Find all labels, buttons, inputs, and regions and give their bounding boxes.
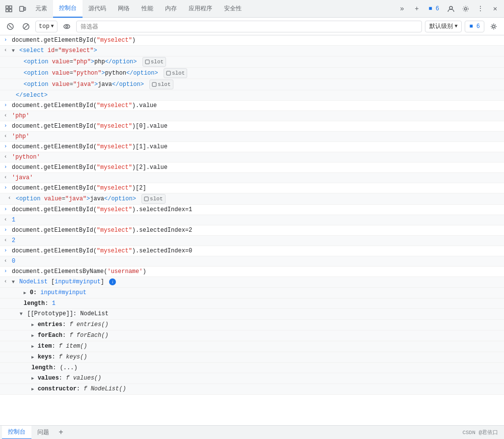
console-line: › document.getElementById("myselect").se… bbox=[0, 225, 504, 236]
console-line: <option value="java">java</option> slot bbox=[0, 79, 504, 90]
output-arrow: ‹ bbox=[4, 132, 11, 139]
input-arrow: › bbox=[4, 184, 11, 191]
spacer bbox=[24, 342, 30, 343]
context-dropdown-icon: ▼ bbox=[51, 24, 54, 29]
svg-rect-19 bbox=[144, 197, 148, 201]
output-arrow: ‹ bbox=[8, 194, 15, 201]
output-arrow: ‹ bbox=[4, 46, 11, 53]
eye-icon[interactable] bbox=[60, 20, 73, 33]
tab-elements[interactable]: 元素 bbox=[29, 0, 53, 18]
output-arrow: ‹ bbox=[4, 173, 11, 180]
output-arrow: ‹ bbox=[4, 257, 11, 264]
console-line: ‹ 0 bbox=[0, 256, 504, 267]
output-arrow: ‹ bbox=[4, 236, 11, 243]
slot-badge[interactable]: slot bbox=[164, 68, 187, 78]
console-line: › document.getElementById("myselect")[2]… bbox=[0, 163, 504, 173]
tab-performance[interactable]: 性能 bbox=[136, 0, 159, 18]
console-line: › document.getElementsByName('username') bbox=[0, 267, 504, 277]
spacer bbox=[16, 80, 23, 81]
output-arrow: ‹ bbox=[4, 111, 11, 118]
block-icon[interactable] bbox=[20, 20, 32, 33]
svg-rect-17 bbox=[167, 71, 170, 75]
tab-bar: 元素 控制台 源代码 网络 性能 内存 应用程序 安全性 » + ■ 6 ⋮ ✕ bbox=[0, 0, 504, 18]
context-selector[interactable]: top ▼ bbox=[35, 21, 57, 32]
level-selector[interactable]: 默认级别 ▼ bbox=[425, 21, 462, 32]
console-line: ‹ 2 bbox=[0, 236, 504, 246]
input-arrow: › bbox=[4, 122, 11, 129]
profile-icon[interactable] bbox=[444, 2, 458, 16]
console-line: </select> bbox=[0, 90, 504, 101]
slot-badge[interactable]: slot bbox=[142, 57, 166, 67]
svg-rect-4 bbox=[20, 6, 24, 11]
bottom-tab-console[interactable]: 控制台 bbox=[2, 426, 31, 439]
tab-application[interactable]: 应用程序 bbox=[183, 0, 218, 18]
inspect-icon[interactable] bbox=[2, 2, 16, 16]
spacer bbox=[24, 363, 30, 364]
spacer bbox=[16, 68, 23, 69]
info-icon[interactable]: i bbox=[109, 278, 116, 285]
tab-console[interactable]: 控制台 bbox=[53, 0, 83, 18]
console-line: ‹ 'python' bbox=[0, 152, 504, 163]
input-arrow: › bbox=[4, 247, 11, 253]
svg-line-10 bbox=[9, 25, 12, 28]
console-line: ▶ constructor: f NodeList() bbox=[0, 384, 504, 395]
add-tab-icon[interactable]: + bbox=[410, 2, 423, 16]
close-devtools-icon[interactable]: ✕ bbox=[488, 2, 502, 16]
settings-icon[interactable] bbox=[459, 2, 473, 16]
input-arrow: › bbox=[4, 36, 11, 43]
input-arrow: › bbox=[4, 205, 11, 212]
console-line: <option value="php">php</option> slot bbox=[0, 56, 504, 68]
slot-badge[interactable]: slot bbox=[141, 194, 165, 204]
brand-label: CSDN @君依口 bbox=[462, 429, 502, 436]
level-dropdown-icon: ▼ bbox=[454, 24, 457, 29]
svg-rect-1 bbox=[9, 6, 12, 8]
console-line: ‹ 'php' bbox=[0, 111, 504, 121]
filter-input[interactable] bbox=[76, 21, 422, 32]
more-options-icon[interactable]: ⋮ bbox=[474, 2, 487, 16]
tab-source[interactable]: 源代码 bbox=[83, 0, 112, 18]
svg-rect-16 bbox=[145, 60, 149, 64]
console-line: ‹ 1 bbox=[0, 215, 504, 225]
console-output: › document.getElementById("myselect") ‹ … bbox=[0, 35, 504, 425]
console-line: ▶ keys: f keys() bbox=[0, 352, 504, 363]
console-line: length: 1 bbox=[0, 299, 504, 309]
console-line: ‹ <option value="java">java</option> slo… bbox=[0, 193, 504, 205]
console-line: › document.getElementById("myselect")[1]… bbox=[0, 142, 504, 152]
input-arrow: › bbox=[4, 142, 11, 149]
svg-rect-18 bbox=[152, 82, 156, 86]
tab-security[interactable]: 安全性 bbox=[218, 0, 248, 18]
svg-point-14 bbox=[66, 26, 68, 27]
spacer bbox=[16, 57, 23, 58]
tab-network[interactable]: 网络 bbox=[112, 0, 136, 18]
output-arrow: ‹ bbox=[4, 216, 11, 222]
output-arrow: ‹ bbox=[4, 153, 11, 160]
filter-message-badge[interactable]: ■ 6 bbox=[465, 21, 484, 32]
bottom-tab-bar: 控制台 问题 + CSDN @君依口 bbox=[0, 425, 504, 439]
input-arrow: › bbox=[4, 267, 11, 274]
message-badge-button[interactable]: ■ 6 bbox=[424, 4, 443, 14]
add-panel-icon[interactable]: + bbox=[55, 427, 67, 439]
more-tabs-icon[interactable]: » bbox=[395, 2, 409, 16]
device-icon[interactable] bbox=[16, 2, 29, 16]
input-arrow: › bbox=[4, 101, 11, 108]
tab-memory[interactable]: 内存 bbox=[159, 0, 183, 18]
bottom-tab-issues[interactable]: 问题 bbox=[31, 426, 55, 439]
console-line: ‹ ▼ <select id="myselect"> bbox=[0, 46, 504, 56]
clear-console-icon[interactable] bbox=[4, 20, 17, 33]
svg-rect-3 bbox=[9, 9, 12, 12]
console-line: › document.getElementById("myselect").se… bbox=[0, 205, 504, 215]
spacer bbox=[8, 91, 15, 92]
console-line: › document.getElementById("myselect")[2] bbox=[0, 183, 504, 193]
input-arrow: › bbox=[4, 163, 11, 170]
input-arrow: › bbox=[4, 226, 11, 233]
console-line: ‹ 'php' bbox=[0, 132, 504, 142]
level-label: 默认级别 bbox=[429, 22, 453, 30]
slot-badge[interactable]: slot bbox=[149, 80, 173, 89]
spacer bbox=[24, 384, 30, 385]
console-line: ▶ 0: input#myinput bbox=[0, 288, 504, 299]
svg-point-15 bbox=[493, 25, 495, 27]
filter-bar: top ▼ 默认级别 ▼ ■ 6 bbox=[0, 18, 504, 35]
console-settings-icon[interactable] bbox=[487, 20, 500, 33]
console-line: ▼ [[Prototype]]: NodeList bbox=[0, 309, 504, 320]
spacer bbox=[16, 299, 23, 300]
